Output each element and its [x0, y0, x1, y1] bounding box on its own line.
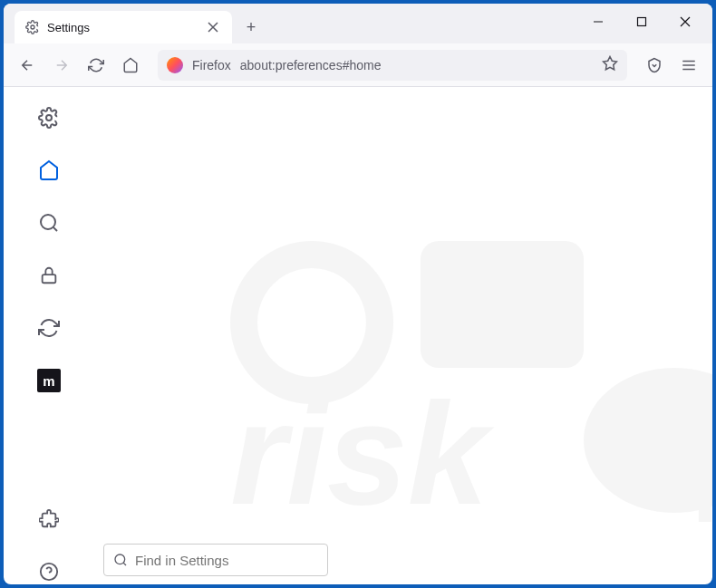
new-tab-button[interactable]: +	[237, 14, 265, 41]
svg-point-14	[613, 460, 645, 493]
svg-rect-1	[638, 18, 646, 26]
main-panel: risk m Home Restore Defaults Restore Def…	[103, 87, 712, 584]
titlebar: Settings +	[4, 4, 712, 43]
sidebar-privacy[interactable]	[36, 263, 62, 288]
svg-text:m: m	[692, 439, 712, 541]
content: m risk m	[4, 87, 712, 584]
minimize-button[interactable]	[576, 4, 620, 40]
sidebar: m	[4, 87, 103, 584]
sidebar-general[interactable]	[36, 105, 62, 130]
svg-rect-12	[421, 241, 584, 368]
bookmark-star-icon[interactable]	[602, 55, 618, 75]
svg-marker-2	[604, 56, 617, 69]
svg-point-0	[31, 25, 34, 29]
svg-text:risk: risk	[230, 372, 495, 535]
svg-point-6	[46, 115, 52, 120]
tab-title: Settings	[47, 21, 198, 34]
home-button[interactable]	[116, 51, 145, 80]
close-button[interactable]	[663, 4, 707, 40]
settings-search[interactable]	[103, 544, 328, 576]
url-brand: Firefox	[192, 58, 231, 72]
svg-point-16	[115, 554, 125, 564]
browser-window: Settings +	[4, 4, 712, 584]
pocket-button[interactable]	[640, 51, 669, 80]
search-icon	[113, 553, 128, 567]
svg-line-8	[53, 227, 57, 231]
sidebar-help[interactable]	[36, 559, 62, 584]
url-text: about:preferences#home	[240, 58, 382, 72]
window-controls	[576, 4, 707, 40]
forward-button[interactable]	[47, 51, 76, 80]
watermark: risk m	[203, 205, 712, 584]
close-icon[interactable]	[205, 19, 221, 35]
maximize-button[interactable]	[620, 4, 663, 40]
menu-button[interactable]	[674, 51, 703, 80]
settings-search-input[interactable]	[135, 553, 318, 568]
reload-button[interactable]	[82, 51, 111, 80]
sidebar-sync[interactable]	[36, 315, 62, 341]
sidebar-extensions[interactable]	[36, 506, 62, 532]
back-button[interactable]	[13, 51, 42, 80]
tab-settings[interactable]: Settings	[15, 11, 232, 43]
svg-point-7	[41, 215, 55, 229]
svg-rect-9	[43, 275, 56, 283]
m-icon: m	[37, 369, 61, 392]
sidebar-more[interactable]: m	[36, 368, 62, 393]
url-bar[interactable]: Firefox about:preferences#home	[158, 50, 627, 81]
toolbar: Firefox about:preferences#home	[4, 43, 712, 87]
sidebar-home[interactable]	[36, 158, 62, 183]
gear-icon	[25, 20, 40, 34]
sidebar-search[interactable]	[36, 210, 62, 236]
firefox-logo-icon	[167, 57, 183, 73]
svg-line-17	[123, 563, 126, 565]
